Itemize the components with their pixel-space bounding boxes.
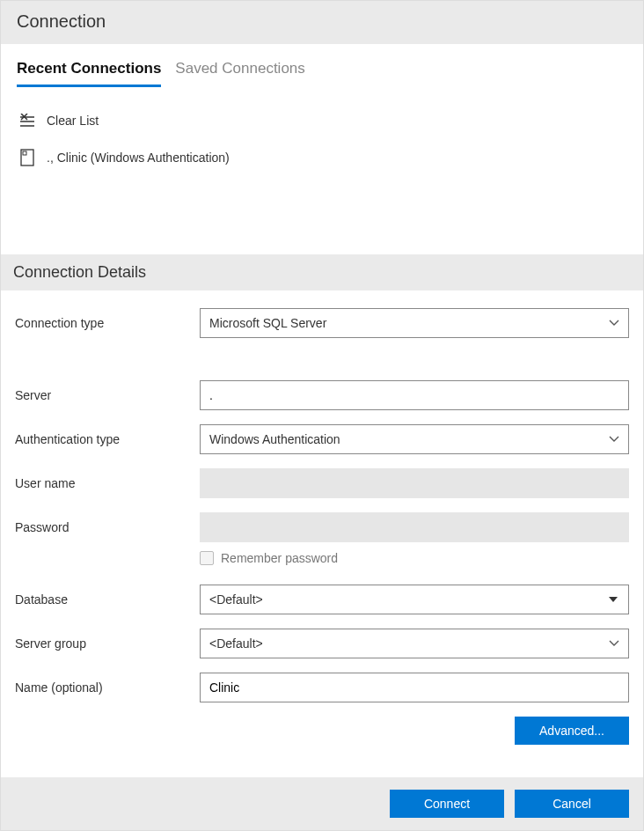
connection-type-label: Connection type	[15, 316, 200, 330]
advanced-button[interactable]: Advanced...	[515, 717, 629, 745]
server-group-value: <Default>	[209, 636, 263, 651]
auth-type-label: Authentication type	[15, 432, 200, 446]
recent-connection-label: ., Clinic (Windows Authentication)	[47, 151, 230, 165]
clear-list-icon	[18, 112, 36, 129]
database-label: Database	[15, 592, 200, 607]
recent-connection-item[interactable]: ., Clinic (Windows Authentication)	[17, 143, 627, 172]
panel-title: Connection	[1, 1, 643, 44]
remember-password-checkbox	[200, 551, 214, 565]
server-group-select[interactable]: <Default>	[200, 629, 629, 658]
remember-password-label: Remember password	[221, 551, 338, 565]
svg-rect-6	[23, 151, 26, 155]
name-input[interactable]	[200, 673, 629, 702]
chevron-down-icon	[609, 436, 619, 443]
username-label: User name	[15, 476, 200, 490]
footer-buttons: Connect Cancel	[1, 777, 643, 830]
cancel-button[interactable]: Cancel	[515, 790, 629, 818]
caret-down-icon	[609, 597, 618, 602]
auth-type-value: Windows Authentication	[209, 432, 340, 446]
recent-connections-list: Clear List ., Clinic (Windows Authentica…	[1, 87, 643, 254]
tabs: Recent Connections Saved Connections	[1, 44, 643, 87]
username-input	[200, 468, 629, 498]
server-input[interactable]	[200, 380, 629, 410]
clear-list-label: Clear List	[47, 114, 99, 128]
database-select[interactable]: <Default>	[200, 585, 629, 614]
password-label: Password	[15, 520, 200, 534]
connect-button[interactable]: Connect	[390, 790, 504, 818]
tab-recent-connections[interactable]: Recent Connections	[17, 60, 161, 87]
name-label: Name (optional)	[15, 680, 200, 695]
clear-list-button[interactable]: Clear List	[17, 107, 627, 135]
auth-type-select[interactable]: Windows Authentication	[200, 424, 629, 454]
server-label: Server	[15, 388, 200, 402]
server-icon	[18, 149, 36, 166]
details-header: Connection Details	[1, 254, 643, 290]
connection-type-select[interactable]: Microsoft SQL Server	[200, 308, 629, 338]
tab-saved-connections[interactable]: Saved Connections	[175, 60, 304, 87]
password-input	[200, 512, 629, 542]
chevron-down-icon	[609, 320, 619, 327]
chevron-down-icon	[609, 640, 619, 647]
connection-type-value: Microsoft SQL Server	[209, 316, 326, 330]
server-group-label: Server group	[15, 636, 200, 651]
connection-details-form: Connection type Microsoft SQL Server Ser…	[1, 290, 643, 762]
database-value: <Default>	[209, 592, 263, 607]
